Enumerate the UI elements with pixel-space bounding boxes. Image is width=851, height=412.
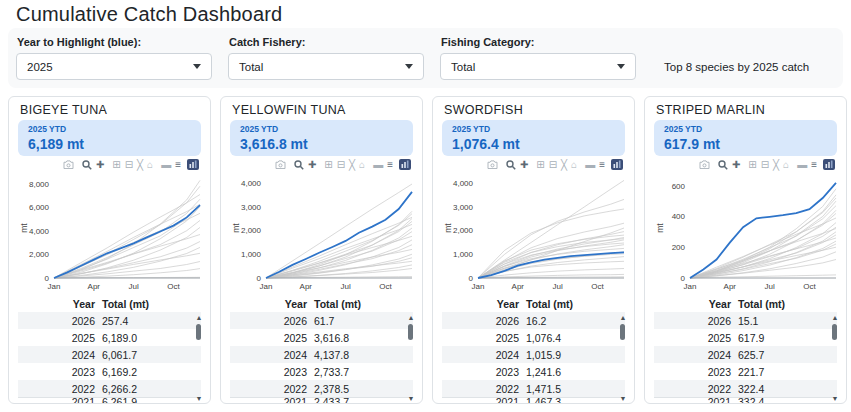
hover-compare-icon[interactable]: ≡ bbox=[387, 160, 393, 170]
zoom-out-icon[interactable]: ⊟ bbox=[337, 160, 345, 170]
catch-chart[interactable]: 0200400600JanAprJulOctmt bbox=[654, 173, 839, 293]
total-column-header[interactable]: Total (mt) bbox=[314, 298, 413, 310]
table-scrollbar: ▲ ▼ bbox=[194, 314, 204, 402]
camera-icon[interactable] bbox=[275, 160, 286, 169]
table-scrollbar: ▲ ▼ bbox=[618, 314, 628, 402]
pan-icon[interactable]: ✚ bbox=[308, 160, 316, 170]
svg-text:Oct: Oct bbox=[167, 282, 180, 291]
scroll-down-icon[interactable]: ▼ bbox=[194, 395, 204, 402]
autoscale-icon[interactable]: ╳ bbox=[561, 160, 567, 170]
camera-icon[interactable] bbox=[63, 160, 74, 169]
zoom-out-icon[interactable]: ⊟ bbox=[761, 160, 769, 170]
hover-compare-icon[interactable]: ≡ bbox=[599, 160, 605, 170]
autoscale-icon[interactable]: ╳ bbox=[137, 160, 143, 170]
total-cell: 257.4 bbox=[102, 315, 201, 327]
scroll-down-icon[interactable]: ▼ bbox=[618, 395, 628, 402]
total-cell: 6,169.2 bbox=[102, 366, 201, 378]
chevron-down-icon bbox=[405, 64, 413, 69]
svg-text:1,000: 1,000 bbox=[241, 250, 262, 259]
camera-icon[interactable] bbox=[699, 160, 710, 169]
scroll-up-icon[interactable]: ▲ bbox=[194, 314, 204, 321]
year-column-header[interactable]: Year bbox=[18, 298, 102, 310]
svg-text:Apr: Apr bbox=[300, 282, 313, 291]
camera-icon[interactable] bbox=[487, 160, 498, 169]
total-column-header[interactable]: Total (mt) bbox=[102, 298, 201, 310]
plotly-logo-icon[interactable] bbox=[399, 159, 411, 170]
total-cell: 2,733.7 bbox=[314, 366, 413, 378]
zoom-out-icon[interactable]: ⊟ bbox=[549, 160, 557, 170]
zoom-in-icon[interactable]: ⊞ bbox=[748, 160, 756, 170]
total-column-header[interactable]: Total (mt) bbox=[526, 298, 625, 310]
zoom-icon[interactable] bbox=[82, 160, 92, 170]
table-row: 20251,076.4 bbox=[442, 329, 625, 346]
svg-text:Jan: Jan bbox=[260, 282, 273, 291]
table-row-partial: 20211,467.3 bbox=[442, 397, 625, 404]
scroll-down-icon[interactable]: ▼ bbox=[830, 395, 840, 402]
fishing-category-value: Total bbox=[451, 61, 475, 73]
zoom-out-icon[interactable]: ⊟ bbox=[125, 160, 133, 170]
zoom-icon[interactable] bbox=[506, 160, 516, 170]
catch-chart[interactable]: 02,0004,0006,0008,000JanAprJulOctmt bbox=[18, 173, 203, 293]
total-column-header[interactable]: Total (mt) bbox=[738, 298, 837, 310]
species-title: YELLOWFIN TUNA bbox=[232, 103, 413, 116]
catch-chart[interactable]: 01,0002,0003,0004,000JanAprJulOctmt bbox=[230, 173, 415, 293]
fishing-category-select[interactable]: Total bbox=[440, 53, 636, 80]
pan-icon[interactable]: ✚ bbox=[732, 160, 740, 170]
scrollbar-thumb[interactable] bbox=[832, 324, 837, 340]
scrollbar-thumb[interactable] bbox=[196, 324, 201, 340]
pan-icon[interactable]: ✚ bbox=[96, 160, 104, 170]
svg-text:4,000: 4,000 bbox=[453, 179, 474, 188]
reset-home-icon[interactable]: ⌂ bbox=[147, 160, 153, 170]
catch-table: Year Total (mt) 202616.220251,076.420241… bbox=[442, 295, 625, 404]
scrollbar-thumb[interactable] bbox=[408, 324, 413, 340]
plotly-logo-icon[interactable] bbox=[187, 159, 199, 170]
hover-compare-icon[interactable]: ≡ bbox=[175, 160, 181, 170]
fishing-category-label: Fishing Category: bbox=[441, 36, 636, 48]
total-cell: 2,433.7 bbox=[314, 397, 413, 404]
scrollbar-thumb[interactable] bbox=[620, 324, 625, 340]
hover-closest-icon[interactable]: ▬ bbox=[161, 160, 171, 170]
table-header-row: Year Total (mt) bbox=[442, 295, 625, 312]
total-cell: 2,378.5 bbox=[314, 383, 413, 395]
zoom-in-icon[interactable]: ⊞ bbox=[536, 160, 544, 170]
year-highlight-select[interactable]: 2025 bbox=[16, 53, 212, 80]
plotly-logo-icon[interactable] bbox=[823, 159, 835, 170]
catch-fishery-select[interactable]: Total bbox=[228, 53, 424, 80]
year-cell: 2026 bbox=[230, 315, 314, 327]
svg-text:8,000: 8,000 bbox=[29, 180, 50, 189]
year-column-header[interactable]: Year bbox=[654, 298, 738, 310]
scroll-up-icon[interactable]: ▲ bbox=[830, 314, 840, 321]
hover-closest-icon[interactable]: ▬ bbox=[797, 160, 807, 170]
pan-icon[interactable]: ✚ bbox=[520, 160, 528, 170]
hover-compare-icon[interactable]: ≡ bbox=[811, 160, 817, 170]
scroll-down-icon[interactable]: ▼ bbox=[406, 395, 416, 402]
svg-text:6,000: 6,000 bbox=[29, 203, 50, 212]
year-column-header[interactable]: Year bbox=[230, 298, 314, 310]
plotly-modebar: ✚ ⊞ ⊟ ╳ ⌂ ▬ ≡ bbox=[230, 158, 411, 171]
fishing-category-control: Fishing Category: Total bbox=[440, 35, 636, 80]
zoom-in-icon[interactable]: ⊞ bbox=[112, 160, 120, 170]
reset-home-icon[interactable]: ⌂ bbox=[571, 160, 577, 170]
catch-chart[interactable]: 01,0002,0003,0004,000JanAprJulOctmt bbox=[442, 173, 627, 293]
zoom-icon[interactable] bbox=[718, 160, 728, 170]
total-cell: 322.4 bbox=[738, 383, 837, 395]
reset-home-icon[interactable]: ⌂ bbox=[359, 160, 365, 170]
autoscale-icon[interactable]: ╳ bbox=[349, 160, 355, 170]
table-body: 2026257.420256,189.020246,061.720236,169… bbox=[18, 312, 201, 404]
autoscale-icon[interactable]: ╳ bbox=[773, 160, 779, 170]
table-row: 20256,189.0 bbox=[18, 329, 201, 346]
zoom-in-icon[interactable]: ⊞ bbox=[324, 160, 332, 170]
year-column-header[interactable]: Year bbox=[442, 298, 526, 310]
table-row: 20221,471.5 bbox=[442, 380, 625, 397]
hover-closest-icon[interactable]: ▬ bbox=[585, 160, 595, 170]
zoom-icon[interactable] bbox=[294, 160, 304, 170]
reset-home-icon[interactable]: ⌂ bbox=[783, 160, 789, 170]
total-cell: 6,061.7 bbox=[102, 349, 201, 361]
scroll-up-icon[interactable]: ▲ bbox=[406, 314, 416, 321]
plotly-logo-icon[interactable] bbox=[611, 159, 623, 170]
year-highlight-value: 2025 bbox=[27, 61, 53, 73]
species-card: BIGEYE TUNA 2025 YTD 6,189 mt ✚ ⊞ ⊟ ╳ ⌂ … bbox=[8, 96, 211, 404]
hover-closest-icon[interactable]: ▬ bbox=[373, 160, 383, 170]
scroll-up-icon[interactable]: ▲ bbox=[618, 314, 628, 321]
table-row: 20244,137.8 bbox=[230, 346, 413, 363]
